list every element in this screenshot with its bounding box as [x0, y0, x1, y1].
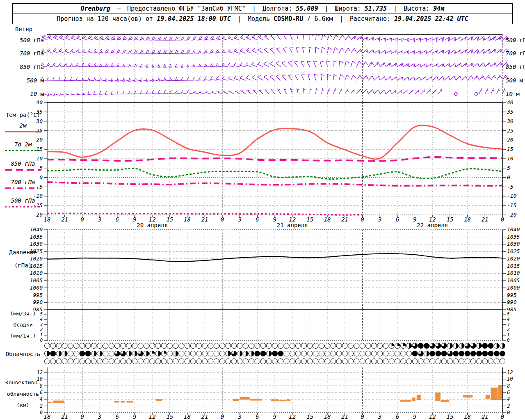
conv-panel-title-2: облачность — [0, 391, 46, 397]
svg-text:1000: 1000 — [507, 285, 520, 291]
svg-text:2: 2 — [507, 403, 510, 409]
legend-dewpoint: Td 2м — [2, 142, 44, 153]
svg-text:995: 995 — [507, 292, 517, 298]
legend-dewpoint-sample — [4, 148, 42, 153]
svg-text:5: 5 — [507, 311, 510, 317]
svg-text:3: 3 — [98, 413, 101, 420]
legend-850hpa-label: 850 гПа — [11, 160, 35, 167]
svg-text:1025: 1025 — [507, 248, 520, 254]
svg-text:22 апреля: 22 апреля — [417, 222, 448, 228]
cloudiness-panel — [45, 343, 505, 364]
precip-units-3h: (мм/3ч.) — [0, 310, 46, 317]
svg-text:850 гПа: 850 гПа — [20, 64, 44, 70]
svg-text:1020: 1020 — [30, 256, 43, 262]
svg-text:1015: 1015 — [507, 263, 520, 269]
svg-text:8: 8 — [507, 383, 510, 389]
svg-text:21: 21 — [61, 216, 68, 223]
svg-text:1020: 1020 — [507, 256, 520, 262]
svg-text:9: 9 — [273, 216, 276, 223]
svg-text:21: 21 — [201, 413, 208, 420]
svg-text:1030: 1030 — [30, 241, 43, 247]
svg-text:15: 15 — [166, 413, 173, 420]
svg-text:10 м: 10 м — [30, 91, 44, 97]
svg-text:500 м: 500 м — [27, 77, 44, 84]
svg-text:500 м: 500 м — [506, 77, 523, 84]
svg-text:18: 18 — [464, 413, 471, 420]
svg-text:-15: -15 — [507, 202, 517, 208]
svg-text:-5: -5 — [507, 184, 514, 190]
svg-text:6: 6 — [396, 216, 399, 223]
svg-text:995: 995 — [33, 292, 43, 298]
legend-500hpa: 500 гПа — [2, 198, 44, 209]
svg-text:10: 10 — [507, 376, 513, 382]
temp-panel-title: Тем-ра(°C) — [0, 112, 46, 118]
meteogram-chart: -20-20-15-15-10-10-5-5005510101515202025… — [0, 0, 525, 420]
pressure-panel-title: Давление — [0, 249, 46, 256]
svg-text:6: 6 — [116, 216, 119, 223]
svg-text:700 гПа: 700 гПа — [20, 50, 44, 57]
conv-panel-units: (км) — [0, 402, 46, 409]
svg-text:12: 12 — [37, 370, 43, 375]
svg-text:1000: 1000 — [30, 285, 43, 291]
legend-500hpa-label: 500 гПа — [11, 197, 35, 204]
legend-temp-2m-label: 2м — [20, 122, 27, 129]
pressure-panel-units: (гПа) — [0, 262, 46, 269]
svg-text:4: 4 — [507, 317, 510, 322]
svg-text:2: 2 — [507, 327, 510, 332]
svg-text:6: 6 — [396, 413, 399, 420]
wind-panel-title: Ветер — [3, 26, 44, 32]
svg-text:1010: 1010 — [507, 270, 520, 276]
svg-text:18: 18 — [324, 216, 331, 223]
svg-text:12: 12 — [149, 413, 156, 420]
svg-text:6: 6 — [256, 413, 259, 420]
svg-text:4: 4 — [507, 396, 510, 402]
svg-text:21 апреля: 21 апреля — [277, 222, 308, 228]
svg-text:40: 40 — [507, 99, 514, 105]
svg-text:850 гПа: 850 гПа — [506, 64, 525, 70]
svg-text:3: 3 — [378, 216, 381, 223]
svg-text:500 гПа: 500 гПа — [20, 37, 44, 43]
svg-text:18: 18 — [324, 413, 331, 420]
svg-text:21: 21 — [341, 216, 348, 223]
svg-text:9: 9 — [273, 413, 276, 420]
svg-text:20: 20 — [507, 137, 514, 143]
svg-text:0: 0 — [507, 174, 510, 180]
cloud-panel-title: Облачность — [0, 351, 46, 357]
legend-500hpa-sample — [4, 205, 42, 209]
svg-text:10: 10 — [507, 155, 514, 162]
legend-700hpa-sample — [4, 186, 42, 190]
precip-units-1h: (мм/1ч.) — [0, 333, 46, 339]
svg-text:0: 0 — [221, 413, 224, 420]
svg-text:12: 12 — [289, 413, 296, 420]
svg-text:1030: 1030 — [507, 241, 520, 247]
svg-text:1035: 1035 — [507, 234, 520, 240]
svg-text:1035: 1035 — [30, 234, 43, 240]
svg-text:1: 1 — [507, 332, 510, 338]
svg-text:1010: 1010 — [30, 270, 43, 276]
svg-text:9: 9 — [413, 413, 416, 420]
svg-text:12: 12 — [429, 413, 436, 420]
svg-text:0: 0 — [501, 216, 504, 223]
svg-text:18: 18 — [184, 216, 191, 223]
legend-850hpa: 850 гПа — [2, 161, 44, 172]
svg-text:990: 990 — [507, 299, 517, 305]
svg-text:18: 18 — [44, 216, 51, 223]
svg-text:0: 0 — [221, 216, 224, 223]
svg-text:5: 5 — [507, 165, 510, 171]
svg-text:0: 0 — [507, 410, 510, 415]
svg-text:0: 0 — [80, 216, 84, 223]
svg-text:3: 3 — [98, 216, 101, 223]
svg-text:500 гПа: 500 гПа — [506, 37, 525, 43]
svg-text:0: 0 — [507, 338, 510, 343]
svg-text:6: 6 — [507, 390, 510, 395]
svg-text:18: 18 — [184, 413, 191, 420]
svg-text:0: 0 — [361, 216, 364, 223]
svg-text:0: 0 — [40, 410, 43, 415]
legend-850hpa-sample — [4, 168, 42, 172]
svg-text:21: 21 — [482, 413, 488, 420]
svg-text:0: 0 — [361, 413, 364, 420]
svg-text:9: 9 — [133, 216, 136, 223]
svg-text:6: 6 — [256, 216, 259, 223]
svg-text:15: 15 — [507, 146, 514, 152]
svg-text:9: 9 — [133, 413, 136, 420]
